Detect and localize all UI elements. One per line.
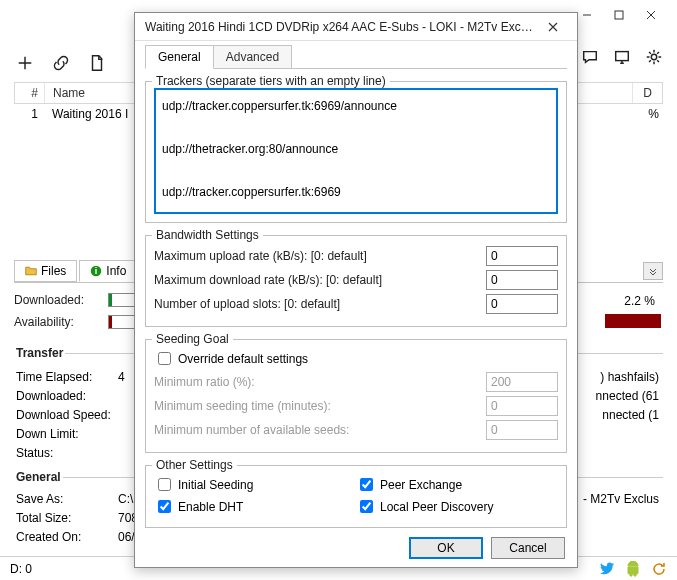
gear-icon[interactable] xyxy=(645,48,663,69)
minimize-button[interactable] xyxy=(575,6,599,24)
bandwidth-fieldset: Bandwidth Settings Maximum upload rate (… xyxy=(145,235,567,327)
svg-text:i: i xyxy=(95,266,98,276)
monitor-icon[interactable] xyxy=(613,48,631,69)
tab-general[interactable]: General xyxy=(145,45,214,69)
upload-slots-label: Number of upload slots: [0: default] xyxy=(154,297,486,311)
cancel-button[interactable]: Cancel xyxy=(491,537,565,559)
max-download-label: Maximum download rate (kB/s): [0: defaul… xyxy=(154,273,486,287)
enable-dht-checkbox[interactable] xyxy=(158,500,171,513)
torrent-properties-dialog: Waiting 2016 Hindi 1CD DVDRip x264 AAC E… xyxy=(134,12,578,568)
peer-exchange-checkbox[interactable] xyxy=(360,478,373,491)
lpd-checkbox[interactable] xyxy=(360,500,373,513)
availability-label: Availability: xyxy=(14,315,102,329)
override-checkbox[interactable] xyxy=(158,352,171,365)
max-upload-input[interactable] xyxy=(486,246,558,266)
dialog-close-button[interactable] xyxy=(535,17,571,37)
status-d: D: 0 xyxy=(10,562,32,576)
transfer-heading: Transfer xyxy=(14,346,65,360)
twitter-icon[interactable] xyxy=(599,561,615,577)
add-torrent-icon[interactable] xyxy=(14,52,36,74)
min-time-input xyxy=(486,396,558,416)
tab-info[interactable]: i Info xyxy=(79,260,137,282)
android-icon[interactable] xyxy=(625,561,641,577)
min-seeds-input xyxy=(486,420,558,440)
tab-files[interactable]: Files xyxy=(14,260,77,282)
min-seeds-label: Minimum number of available seeds: xyxy=(154,423,486,437)
availability-bar-right xyxy=(605,314,661,328)
seeding-fieldset: Seeding Goal Override default settings M… xyxy=(145,339,567,453)
general-heading: General xyxy=(14,470,63,484)
col-index[interactable]: # xyxy=(15,83,45,103)
tab-advanced[interactable]: Advanced xyxy=(213,45,292,69)
close-button[interactable] xyxy=(639,6,663,24)
max-upload-label: Maximum upload rate (kB/s): [0: default] xyxy=(154,249,486,263)
svg-point-2 xyxy=(651,54,656,59)
trackers-textarea[interactable]: udp://tracker.coppersurfer.tk:6969/annou… xyxy=(154,88,558,214)
dialog-title: Waiting 2016 Hindi 1CD DVDRip x264 AAC E… xyxy=(145,20,535,34)
trackers-fieldset: Trackers (separate tiers with an empty l… xyxy=(145,81,567,223)
file-icon[interactable] xyxy=(86,52,108,74)
initial-seeding-checkbox[interactable] xyxy=(158,478,171,491)
min-time-label: Minimum seeding time (minutes): xyxy=(154,399,486,413)
expand-button[interactable] xyxy=(643,262,663,280)
chat-icon[interactable] xyxy=(581,48,599,69)
maximize-button[interactable] xyxy=(607,6,631,24)
min-ratio-input xyxy=(486,372,558,392)
refresh-icon[interactable] xyxy=(651,561,667,577)
downloaded-label: Downloaded: xyxy=(14,293,102,307)
other-fieldset: Other Settings Initial Seeding Enable DH… xyxy=(145,465,567,528)
svg-rect-1 xyxy=(616,52,629,61)
ok-button[interactable]: OK xyxy=(409,537,483,559)
info-icon: i xyxy=(90,265,102,277)
min-ratio-label: Minimum ratio (%): xyxy=(154,375,486,389)
upload-slots-input[interactable] xyxy=(486,294,558,314)
svg-rect-0 xyxy=(615,11,623,19)
downloaded-pct: 2.2 % xyxy=(624,290,655,312)
folder-icon xyxy=(25,265,37,277)
col-d[interactable]: D xyxy=(632,83,662,103)
link-icon[interactable] xyxy=(50,52,72,74)
max-download-input[interactable] xyxy=(486,270,558,290)
